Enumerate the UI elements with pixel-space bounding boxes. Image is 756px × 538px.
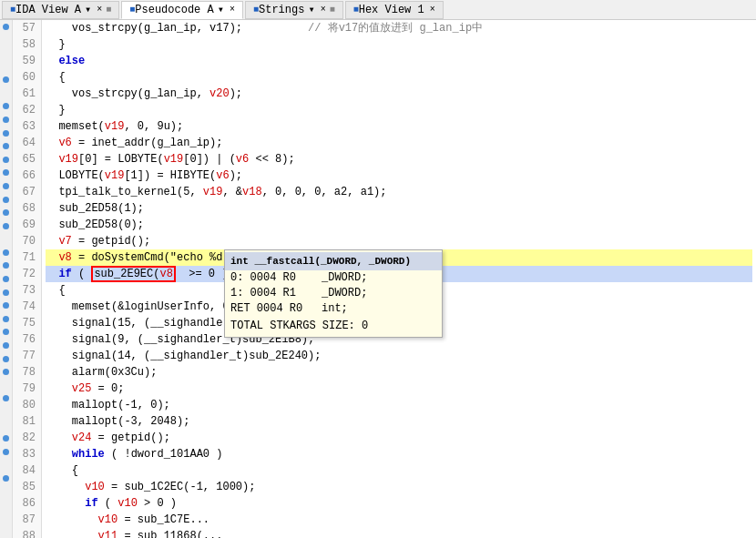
- dot-60: [0, 60, 12, 74]
- dot-79: [0, 312, 12, 326]
- code-line-79: v25 = 0;: [46, 381, 752, 397]
- code-line-69: sub_2ED58(0);: [46, 217, 752, 233]
- tab-icon2: ■: [106, 5, 111, 15]
- dot-62: [0, 86, 12, 100]
- tab-close[interactable]: ×: [97, 5, 102, 15]
- tab-label: IDA View A: [15, 4, 81, 16]
- dot-59: [0, 46, 12, 60]
- code-line-82: v24 = getpid();: [46, 430, 752, 446]
- tooltip-col2: _DWORD;: [322, 286, 367, 301]
- tooltip-col1: RET 0004 R0: [230, 301, 303, 317]
- code-line-85: v10 = sub_1C2EC(-1, 1000);: [46, 479, 752, 495]
- code-content: vos_strcpy(g_lan_ip, v17); // 将v17的值放进到 …: [42, 20, 756, 538]
- tab-hex-view-1[interactable]: ■ Hex View 1 ×: [345, 1, 444, 19]
- tooltip-col1: 0: 0004 R0: [230, 270, 303, 286]
- tab-arrow: ▾: [308, 3, 314, 16]
- tooltip-spacer: [303, 301, 322, 317]
- code-line-67: tpi_talk_to_kernel(5, v19, &v18, 0, 0, 0…: [46, 184, 752, 200]
- dot-88: [0, 431, 12, 445]
- tab-label: Hex View 1: [359, 4, 424, 16]
- code-line-81: mallopt(-3, 2048);: [46, 413, 752, 430]
- tooltip-row-0: 0: 0004 R0 _DWORD;: [225, 270, 442, 286]
- tooltip-header: int __fastcall(_DWORD, _DWORD): [225, 252, 442, 270]
- dot-74: [0, 246, 12, 259]
- dot-73: [0, 233, 12, 247]
- code-line-62: }: [46, 102, 752, 118]
- code-line-70: v7 = getpid();: [46, 233, 752, 249]
- dot-94: [0, 512, 12, 525]
- code-line-68: sub_2ED58(1);: [46, 200, 752, 217]
- tab-arrow: ▾: [85, 3, 91, 16]
- dot-67: [0, 153, 12, 167]
- dot-85: [0, 392, 12, 406]
- tab-pseudocode-a[interactable]: ■ Pseudocode A ▾ ×: [121, 1, 243, 19]
- tab-icon2: ■: [330, 5, 335, 15]
- dot-column: [0, 20, 13, 538]
- tooltip-col2: _DWORD;: [322, 270, 367, 286]
- dot-93: [0, 498, 12, 512]
- dot-68: [0, 167, 12, 180]
- tooltip-spacer: [303, 286, 322, 301]
- tab-strings[interactable]: ■ Strings ▾ × ■: [245, 1, 343, 19]
- dot-64: [0, 113, 12, 127]
- tab-close[interactable]: ×: [430, 5, 435, 15]
- dot-66: [0, 139, 12, 153]
- dot-57: [0, 20, 12, 34]
- dot-82: [0, 352, 12, 366]
- dot-89: [0, 445, 12, 459]
- dot-95: [0, 525, 12, 538]
- dot-69: [0, 179, 12, 193]
- code-line-64: v6 = inet_addr(g_lan_ip);: [46, 135, 752, 151]
- code-line-87: v10 = sub_1C7E...: [46, 512, 752, 528]
- dot-71: [0, 206, 12, 219]
- dot-87: [0, 419, 12, 432]
- code-line-80: mallopt(-1, 0);: [46, 397, 752, 413]
- tab-arrow: ▾: [218, 3, 224, 16]
- code-line-59: else: [46, 53, 752, 69]
- dot-72: [0, 219, 12, 233]
- dot-80: [0, 326, 12, 340]
- dot-90: [0, 459, 12, 472]
- line-numbers: 57 58 59 60 61 62 63 64 65 66 67 68 69 7…: [13, 20, 42, 538]
- dot-86: [0, 405, 12, 419]
- code-line-86: if ( v10 > 0 ): [46, 495, 752, 512]
- code-line-77: signal(14, (__sighandler_t)sub_2E240);: [46, 348, 752, 364]
- tab-close[interactable]: ×: [321, 5, 326, 15]
- tab-close[interactable]: ×: [230, 5, 235, 15]
- tooltip-footer: TOTAL STKARGS SIZE: 0: [225, 317, 442, 335]
- dot-65: [0, 127, 12, 140]
- tooltip-popup: int __fastcall(_DWORD, _DWORD) 0: 0004 R…: [224, 249, 443, 338]
- dot-91: [0, 472, 12, 485]
- code-line-60: {: [46, 69, 752, 86]
- dot-83: [0, 365, 12, 379]
- dot-81: [0, 339, 12, 352]
- code-area: 57 58 59 60 61 62 63 64 65 66 67 68 69 7…: [0, 20, 756, 538]
- dot-63: [0, 100, 12, 114]
- tooltip-col1: 1: 0004 R1: [230, 286, 303, 301]
- dot-84: [0, 379, 12, 392]
- code-line-61: vos_strcpy(g_lan_ip, v20);: [46, 86, 752, 102]
- dot-92: [0, 485, 12, 499]
- tooltip-col2: int;: [322, 301, 358, 317]
- tooltip-row-2: RET 0004 R0 int;: [225, 301, 442, 317]
- code-line-84: {: [46, 462, 752, 479]
- dot-70: [0, 193, 12, 207]
- code-line-57: vos_strcpy(g_lan_ip, v17); // 将v17的值放进到 …: [46, 20, 752, 36]
- tooltip-spacer: [303, 270, 322, 286]
- tab-label: Pseudocode A: [135, 4, 213, 16]
- code-line-58: }: [46, 36, 752, 53]
- dot-78: [0, 299, 12, 312]
- code-line-66: LOBYTE(v19[1]) = HIBYTE(v6);: [46, 167, 752, 184]
- dot-61: [0, 73, 12, 86]
- dot-76: [0, 272, 12, 286]
- tab-bar: ■ IDA View A ▾ × ■ ■ Pseudocode A ▾ × ■ …: [0, 0, 756, 20]
- code-line-78: alarm(0x3Cu);: [46, 364, 752, 381]
- code-line-83: while ( !dword_101AA0 ): [46, 446, 752, 462]
- code-line-88: v11 = sub_11868(...: [46, 528, 752, 538]
- dot-77: [0, 286, 12, 299]
- tab-ida-view-a[interactable]: ■ IDA View A ▾ × ■: [2, 1, 119, 19]
- code-line-65: v19[0] = LOBYTE(v19[0]) | (v6 << 8);: [46, 151, 752, 167]
- dot-75: [0, 259, 12, 273]
- dot-58: [0, 34, 12, 47]
- code-line-63: memset(v19, 0, 9u);: [46, 118, 752, 135]
